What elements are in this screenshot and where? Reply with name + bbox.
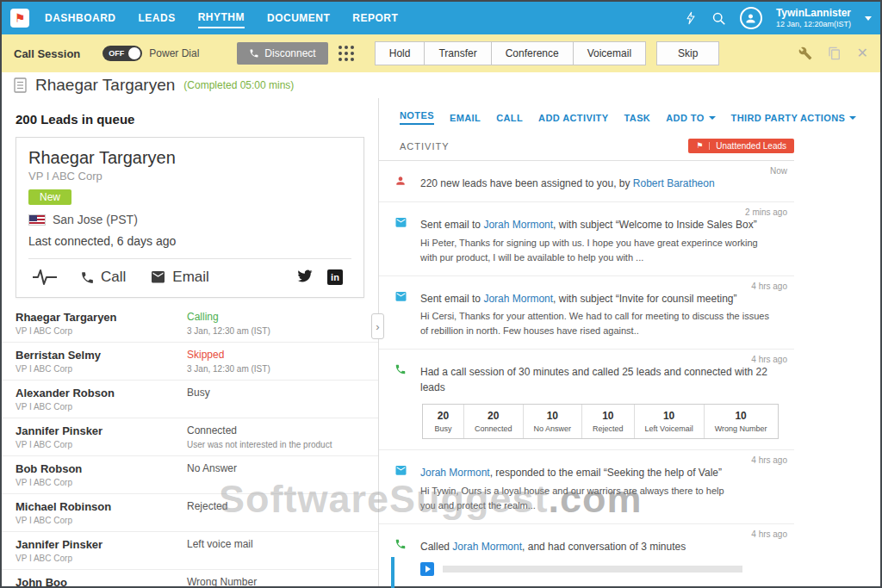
tab-email[interactable]: EMAIL (450, 113, 481, 123)
nav-document[interactable]: DOCUMENT (267, 9, 330, 28)
activity-item-call-session: 4 hrs ago Had a call session of 30 minut… (379, 350, 794, 450)
call-action[interactable]: Call (80, 269, 126, 286)
voicemail-button[interactable]: Voicemail (574, 41, 646, 65)
lead-link[interactable]: Jorah Mormont (420, 467, 490, 479)
user-menu[interactable]: TywinLannister 12 Jan, 12:20am(IST) (776, 7, 851, 28)
lead-row-name: John Boo (16, 576, 187, 586)
phone-icon (80, 270, 95, 285)
skip-button[interactable]: Skip (656, 41, 719, 65)
audio-player (420, 562, 784, 576)
audio-progress-bar[interactable] (443, 566, 742, 573)
timestamp: Now (770, 166, 787, 176)
activity-item-leads-assigned: Now 220 new leads have been assigned to … (379, 161, 794, 202)
queue-header: 200 Leads in queue (2, 98, 378, 137)
tab-add-activity[interactable]: ADD ACTIVITY (538, 113, 608, 123)
stat-busy: 20Busy (423, 405, 464, 438)
activity-text: 220 new leads have been assigned to you,… (420, 176, 784, 191)
call-session-stats: 20Busy 20Connected 10No Answer 10Rejecte… (422, 404, 779, 439)
lead-row-status: Wrong Number (187, 576, 378, 586)
transfer-button[interactable]: Transfer (425, 41, 491, 65)
activity-pulse-icon[interactable] (32, 268, 58, 287)
lead-row[interactable]: Jannifer PinskerVP I ABC Corp ConnectedU… (2, 418, 378, 456)
unattended-leads-badge[interactable]: ⚑ Unattended Leads (688, 139, 794, 153)
user-avatar[interactable] (740, 7, 762, 29)
current-lead-card: Rhaegar Targaryen VP I ABC Corp New San … (16, 137, 364, 298)
call-icon (394, 538, 407, 554)
email-icon (394, 290, 407, 306)
email-preview: Hi Cersi, Thanks for your attention. We … (420, 309, 784, 338)
timestamp: 4 hrs ago (751, 529, 787, 539)
linkedin-icon[interactable]: in (327, 269, 343, 285)
power-dial-toggle[interactable]: OFF (102, 46, 142, 61)
lead-row-detail: 3 Jan, 12:30 am (IST) (187, 364, 378, 374)
play-button[interactable] (420, 562, 434, 576)
email-icon (394, 464, 407, 480)
lead-row-title: VP I ABC Corp (16, 516, 187, 525)
lead-queue-list: Rhaegar TargaryenVP I ABC Corp Calling3 … (2, 305, 378, 586)
lead-link[interactable]: Robert Baratheon (633, 177, 715, 189)
copy-icon[interactable] (828, 46, 842, 60)
lead-link[interactable]: Jorah Mormont (452, 541, 522, 553)
lead-row-status: No Answer (187, 462, 378, 474)
lead-row[interactable]: Michael RobinsonVP I ABC Corp Rejected (2, 494, 378, 532)
stat-connected: 20Connected (464, 405, 524, 438)
search-icon[interactable] (711, 11, 726, 26)
nav-dashboard[interactable]: DASHBOARD (45, 9, 116, 28)
timestamp: 4 hrs ago (751, 282, 787, 291)
chevron-down-icon (709, 116, 716, 120)
lead-row[interactable]: Berristan SelmyVP I ABC Corp Skipped3 Ja… (2, 343, 378, 381)
tab-call[interactable]: CALL (496, 113, 523, 123)
lead-row[interactable]: Rhaegar TargaryenVP I ABC Corp Calling3 … (2, 305, 378, 343)
email-action[interactable]: Email (150, 269, 209, 286)
collapse-panel-handle[interactable]: › (371, 313, 384, 339)
tab-add-to[interactable]: ADD TO (666, 113, 715, 123)
lead-row-status: Busy (187, 387, 378, 399)
nav-leads[interactable]: LEADS (139, 9, 176, 28)
callbar-tools: ✕ (798, 46, 868, 60)
email-icon (394, 216, 407, 232)
scrollbar-thumb[interactable] (391, 557, 394, 588)
lead-row[interactable]: Bob RobsonVP I ABC Corp No Answer (2, 456, 378, 494)
user-datetime: 12 Jan, 12:20am(IST) (776, 20, 851, 29)
tab-task[interactable]: TASK (624, 113, 650, 123)
tab-third-party-actions[interactable]: THIRD PARTY ACTIONS (731, 113, 857, 123)
lead-row-title: VP I ABC Corp (16, 478, 187, 487)
stat-rejected: 10Rejected (582, 405, 635, 438)
panel-divider (378, 98, 379, 586)
lead-location-row: San Jose (PST) (28, 213, 351, 226)
lightning-icon[interactable] (684, 10, 698, 26)
lead-row-title: VP I ABC Corp (16, 364, 187, 374)
toggle-state-label: OFF (109, 49, 124, 58)
unattended-leads-label: Unattended Leads (716, 141, 786, 151)
stat-left-voicemail: 10Left Voicemail (635, 405, 705, 438)
flag-logo-icon: ⚑ (15, 12, 26, 24)
close-icon[interactable]: ✕ (857, 46, 868, 60)
envelope-icon (150, 271, 166, 284)
lead-row-name: Michael Robinson (16, 500, 187, 513)
disconnect-button[interactable]: Disconnect (237, 42, 327, 65)
lead-row-name: Jannifer Pinsker (16, 424, 187, 437)
lead-row[interactable]: Alexander RobsonVP I ABC Corp Busy (2, 381, 378, 418)
activity-panel: NOTES EMAIL CALL ADD ACTIVITY TASK ADD T… (379, 98, 880, 586)
chevron-down-icon[interactable] (865, 16, 872, 21)
nav-report[interactable]: REPORT (352, 9, 398, 28)
conference-button[interactable]: Conference (492, 41, 574, 65)
tab-notes[interactable]: NOTES (400, 110, 434, 125)
lead-link[interactable]: Jorah Mormont (483, 293, 553, 305)
lead-row-name: Rhaegar Targaryen (16, 311, 187, 324)
lead-row[interactable]: Jannifer PinskerVP I ABC Corp Left voice… (2, 532, 378, 570)
nav-rhythm[interactable]: RHYTHM (198, 8, 245, 28)
lead-row-title: VP I ABC Corp (16, 402, 187, 412)
lead-row[interactable]: John BooVP I ABC Corp Wrong Number (2, 570, 378, 586)
lead-row-name: Alexander Robson (16, 387, 187, 399)
tab-add-to-label: ADD TO (666, 113, 704, 123)
wrench-icon[interactable] (798, 46, 812, 60)
lead-row-status: Rejected (187, 500, 378, 512)
hold-button[interactable]: Hold (375, 41, 425, 65)
twitter-icon[interactable] (296, 269, 314, 287)
dialpad-icon[interactable] (339, 46, 354, 61)
lead-row-name: Jannifer Pinsker (16, 538, 187, 551)
call-action-label: Call (101, 269, 126, 286)
lead-link[interactable]: Jorah Mormont (483, 219, 553, 231)
app-logo[interactable]: ⚑ (10, 9, 29, 28)
